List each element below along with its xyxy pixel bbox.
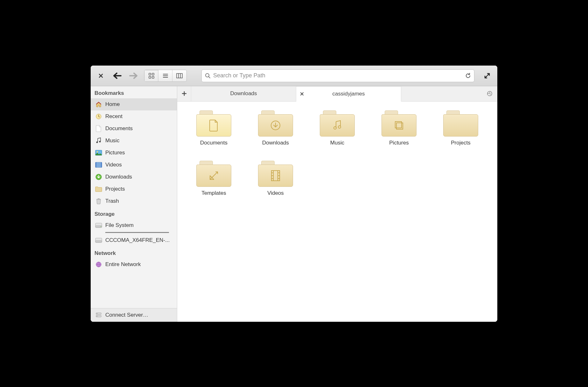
svg-point-18 — [101, 226, 101, 227]
sidebar-footer: Connect Server… — [91, 308, 177, 322]
new-tab-button[interactable] — [177, 86, 191, 101]
folder-icon — [320, 110, 355, 137]
sidebar-item-filesystem[interactable]: File System — [91, 219, 177, 231]
sidebar-item-network[interactable]: Entire Network — [91, 258, 177, 271]
server-icon — [95, 312, 102, 319]
history-button[interactable] — [482, 86, 497, 101]
folder-label: Pictures — [389, 140, 409, 146]
tab-cassidyjames[interactable]: cassidyjames — [296, 86, 401, 102]
sidebar-item-label: Projects — [105, 186, 125, 192]
drive-icon — [95, 237, 102, 244]
sidebar-item-music[interactable]: Music — [91, 135, 177, 147]
pictures-icon — [95, 149, 102, 156]
svg-rect-12 — [96, 162, 101, 167]
back-button[interactable] — [112, 70, 123, 81]
home-icon — [95, 101, 102, 108]
sidebar-item-projects[interactable]: Projects — [91, 183, 177, 195]
folder-label: Music — [330, 140, 344, 146]
sidebar-item-recent[interactable]: Recent — [91, 110, 177, 123]
tab-label: cassidyjames — [332, 91, 365, 97]
list-icon — [163, 73, 168, 79]
folder-templates[interactable]: Templates — [185, 161, 243, 196]
clock-icon — [95, 113, 102, 120]
folder-pictures[interactable]: Pictures — [370, 110, 428, 146]
view-mode-switch — [144, 70, 187, 82]
sidebar-section-network: Network — [91, 246, 177, 258]
music-icon — [95, 137, 102, 144]
plus-icon — [182, 91, 187, 96]
connect-server-label: Connect Server… — [105, 312, 148, 318]
videos-icon — [95, 161, 102, 168]
tab-label: Downloads — [230, 90, 257, 97]
sidebar-section-bookmarks: Bookmarks — [91, 86, 177, 98]
list-view-button[interactable] — [158, 70, 172, 81]
drive-icon — [95, 222, 102, 229]
svg-point-10 — [97, 151, 98, 152]
tab-close-button[interactable] — [300, 92, 304, 96]
close-button[interactable] — [95, 70, 107, 81]
svg-point-24 — [97, 313, 97, 314]
folder-grid: DocumentsDownloadsMusicPicturesProjectsT… — [185, 110, 490, 196]
svg-point-28 — [338, 126, 341, 128]
folder-icon — [382, 110, 416, 137]
folder-projects[interactable]: Projects — [432, 110, 490, 146]
network-icon — [95, 261, 102, 268]
folder-music[interactable]: Music — [308, 110, 366, 146]
sidebar-item-label: Videos — [105, 162, 122, 168]
expand-icon — [484, 73, 490, 79]
folder-videos[interactable]: Videos — [247, 161, 304, 196]
folder-label: Videos — [267, 190, 284, 196]
svg-rect-3 — [152, 76, 154, 78]
svg-rect-0 — [149, 73, 151, 75]
music-glyph-icon — [332, 120, 343, 131]
folder-downloads[interactable]: Downloads — [247, 110, 304, 146]
sidebar-item-label: Trash — [105, 198, 119, 204]
sidebar-item-trash[interactable]: Trash — [91, 195, 177, 207]
sidebar-item-downloads[interactable]: Downloads — [91, 171, 177, 183]
sidebar-item-label: Recent — [105, 113, 122, 120]
sidebar-item-home[interactable]: Home — [91, 98, 177, 110]
tab-downloads[interactable]: Downloads — [191, 86, 296, 101]
sidebar-item-label: Documents — [105, 125, 133, 132]
window-body: Bookmarks Home Recent Documents Music Pi… — [91, 86, 497, 322]
icon-view-button[interactable] — [144, 70, 158, 81]
svg-rect-2 — [149, 76, 151, 78]
svg-rect-15 — [98, 198, 100, 199]
search-input[interactable] — [213, 72, 463, 79]
folder-label: Downloads — [262, 140, 289, 146]
svg-rect-14 — [96, 199, 101, 200]
connect-server-button[interactable]: Connect Server… — [91, 308, 177, 322]
column-view-button[interactable] — [172, 70, 186, 81]
sidebar-item-pictures[interactable]: Pictures — [91, 147, 177, 159]
svg-point-8 — [99, 141, 101, 142]
sidebar-item-label: Downloads — [105, 174, 132, 180]
sidebar-section-storage: Storage — [91, 207, 177, 219]
download-icon — [95, 173, 102, 180]
sidebar-item-label: Pictures — [105, 150, 125, 156]
sidebar-item-label: Home — [105, 101, 120, 108]
trash-icon — [95, 198, 102, 205]
fullscreen-button[interactable] — [481, 70, 493, 81]
forward-button[interactable] — [128, 70, 139, 81]
folder-label: Projects — [451, 140, 470, 146]
sidebar-item-volume[interactable]: CCCOMA_X64FRE_EN-... — [91, 234, 177, 246]
folder-documents[interactable]: Documents — [185, 110, 243, 146]
refresh-icon[interactable] — [465, 73, 471, 79]
sidebar-item-label: CCCOMA_X64FRE_EN-... — [105, 237, 170, 243]
main-panel: Downloads cassidyjames DocumentsDownload… — [177, 86, 497, 322]
folder-icon — [95, 186, 102, 193]
storage-usage-bar — [105, 232, 169, 233]
search-bar[interactable] — [201, 69, 474, 82]
document-icon — [95, 125, 102, 132]
content-area[interactable]: DocumentsDownloadsMusicPicturesProjectsT… — [177, 102, 497, 322]
sidebar: Bookmarks Home Recent Documents Music Pi… — [91, 86, 177, 322]
svg-rect-1 — [152, 73, 154, 75]
toolbar — [91, 66, 497, 86]
svg-point-25 — [97, 316, 97, 316]
sidebar-item-videos[interactable]: Videos — [91, 159, 177, 171]
sidebar-item-documents[interactable]: Documents — [91, 123, 177, 135]
grid-icon — [149, 73, 154, 79]
tab-spacer — [401, 86, 482, 101]
folder-icon — [196, 161, 231, 187]
template-glyph-icon — [208, 170, 220, 181]
